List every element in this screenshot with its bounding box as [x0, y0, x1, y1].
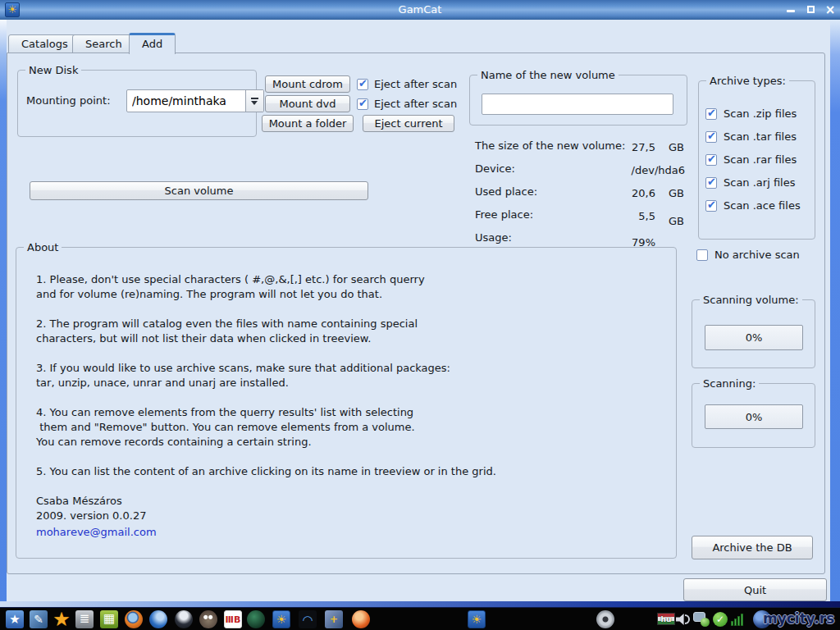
about-line: 2. The program will catalog even the fil…	[36, 317, 668, 331]
about-line: 1. Please, don't use special characters …	[36, 272, 668, 287]
tab-add[interactable]: Add	[129, 33, 176, 54]
info-row-free: Free place: 5,5 GB	[475, 208, 696, 225]
info-row-usage: Usage: 79%	[475, 231, 696, 248]
scan-arj-checkbox[interactable]	[705, 177, 717, 189]
scan-rar-checkbox[interactable]	[705, 154, 717, 166]
email-link[interactable]: mohareve@gmail.com	[36, 525, 668, 540]
scan-ace-checkbox[interactable]	[705, 200, 717, 212]
volume-name-group: Name of the new volume	[469, 75, 687, 126]
dictionary-book-icon[interactable]: +	[325, 610, 343, 628]
desktop: ☀ GamCat × Catalogs Search Add New Disk …	[0, 0, 840, 630]
tab-catalogs[interactable]: Catalogs	[8, 34, 81, 53]
bookmarks-star-icon[interactable]: ★	[52, 610, 71, 628]
scan-arj-label: Scan .arj files	[724, 176, 796, 189]
combo-arrow-icon	[251, 98, 258, 99]
thunderbird-icon[interactable]	[149, 610, 167, 628]
volume-name-input[interactable]	[482, 94, 673, 115]
dvd-tray-icon[interactable]	[596, 610, 614, 628]
about-line: them and "Remove" button. You can remove…	[36, 420, 668, 435]
new-disk-group: New Disk Mounting point:	[17, 70, 257, 137]
scan-volume-button[interactable]: Scan volume	[30, 181, 368, 200]
about-legend: About	[24, 241, 62, 253]
window-border-right	[830, 20, 840, 601]
archive-db-button[interactable]: Archive the DB	[692, 536, 813, 559]
scan-tar-checkbox[interactable]	[705, 131, 717, 143]
archive-types-legend: Archive types:	[706, 75, 789, 87]
eject-after-scan-dvd-checkbox[interactable]	[357, 98, 368, 110]
eject-after-scan-cdrom-label: Eject after scan	[374, 78, 457, 90]
scan-zip-label: Scan .zip files	[724, 107, 797, 120]
scan-tar-label: Scan .tar files	[724, 130, 797, 143]
info-row-device: Device: /dev/hda6	[475, 162, 696, 179]
maximize-button[interactable]	[805, 4, 818, 16]
about-line: characters, but will not list their data…	[36, 331, 668, 346]
gimp-icon[interactable]	[199, 610, 217, 628]
volume-icon[interactable]	[676, 613, 691, 626]
free-value: 5,5	[573, 210, 655, 222]
about-group: About 1. Please, don't use special chara…	[16, 247, 677, 559]
updates-ok-icon[interactable]: ✓	[713, 612, 728, 627]
mounting-point-input[interactable]	[127, 90, 245, 112]
mounting-point-label: Mounting point:	[26, 94, 111, 107]
scanning-volume-legend: Scanning volume:	[700, 294, 802, 306]
spreadsheet-icon[interactable]: ▦	[100, 610, 118, 628]
about-line: 3. If you would like to use archive scan…	[36, 361, 668, 376]
taskbar: ★ ✎ ★ ≣ ▦ ⅢB ☀ ◠ + ☀ hu ✓ 17:48	[0, 607, 840, 630]
volume-name-legend: Name of the new volume	[477, 69, 619, 81]
scanning-group: Scanning: 0%	[692, 383, 815, 448]
close-button[interactable]: ×	[824, 4, 837, 16]
scan-ace-label: Scan .ace files	[724, 199, 801, 212]
info-row-used: Used place: 20,6 GB	[475, 185, 696, 202]
mount-cdrom-button[interactable]: Mount cdrom	[265, 75, 350, 93]
note-editor-icon[interactable]: ✎	[30, 610, 48, 628]
mounting-point-combobox[interactable]	[126, 89, 264, 112]
eject-after-scan-cdrom-checkbox[interactable]	[357, 79, 368, 90]
no-archive-scan-checkbox[interactable]	[696, 249, 708, 261]
music-player-icon[interactable]: ◠	[299, 610, 317, 628]
new-disk-legend: New Disk	[25, 64, 81, 76]
kde-menu-icon[interactable]: ★	[6, 610, 24, 628]
used-unit: GB	[669, 187, 684, 199]
window-border-left	[0, 20, 7, 601]
about-text: 1. Please, don't use special characters …	[36, 272, 668, 540]
scanning-legend: Scanning:	[700, 377, 759, 390]
bank-app-icon[interactable]: ⅢB	[224, 610, 242, 628]
size-value: 27,5	[573, 141, 655, 153]
eject-after-scan-dvd-label: Eject after scan	[374, 98, 457, 110]
about-version: 2009. version 0.0.27	[36, 509, 668, 523]
tab-search[interactable]: Search	[72, 34, 135, 53]
eject-current-button[interactable]: Eject current	[363, 115, 454, 132]
about-author: Csaba Mészáros	[36, 494, 668, 509]
about-line: and for volume (re)naming. The program w…	[36, 287, 668, 302]
size-unit: GB	[669, 141, 684, 153]
about-line: You can remove records containing a cert…	[36, 435, 668, 450]
about-line: 4. You can remove elements from the quer…	[36, 405, 668, 420]
about-line: tar, unzip, unace, unrar and unarj are i…	[36, 376, 668, 390]
used-value: 20,6	[573, 187, 655, 199]
scan-rar-label: Scan .rar files	[724, 153, 797, 166]
window-border-bottom	[0, 601, 840, 607]
minimize-button[interactable]	[784, 4, 797, 16]
web-browser-icon[interactable]	[352, 610, 370, 628]
watermark-text: mycity.rs	[763, 610, 834, 627]
keyboard-layout-icon[interactable]: hu	[657, 613, 675, 625]
gamcat-launcher-icon[interactable]: ☀	[272, 610, 290, 628]
device-value: /dev/hda6	[573, 164, 685, 176]
text-document-icon[interactable]: ≣	[75, 610, 94, 628]
window-titlebar[interactable]: ☀ GamCat ×	[0, 0, 840, 20]
gamcat-window-button[interactable]: ☀	[468, 610, 486, 628]
scanning-volume-progressbar: 0%	[705, 325, 803, 350]
mount-dvd-button[interactable]: Mount dvd	[265, 95, 350, 112]
window-title: GamCat	[0, 3, 840, 16]
media-app-icon[interactable]	[175, 610, 193, 628]
firefox-icon[interactable]	[125, 610, 143, 628]
signal-strength-icon[interactable]	[731, 613, 746, 626]
messenger-icon[interactable]	[693, 612, 710, 627]
no-archive-scan-label: No archive scan	[714, 249, 800, 261]
globe-app-icon[interactable]	[247, 610, 265, 628]
mount-folder-button[interactable]: Mount a folder	[262, 115, 354, 132]
scan-zip-checkbox[interactable]	[705, 108, 717, 120]
quit-button[interactable]: Quit	[683, 578, 827, 601]
scanning-progressbar: 0%	[705, 404, 803, 429]
combo-dropdown-button[interactable]	[245, 90, 263, 112]
